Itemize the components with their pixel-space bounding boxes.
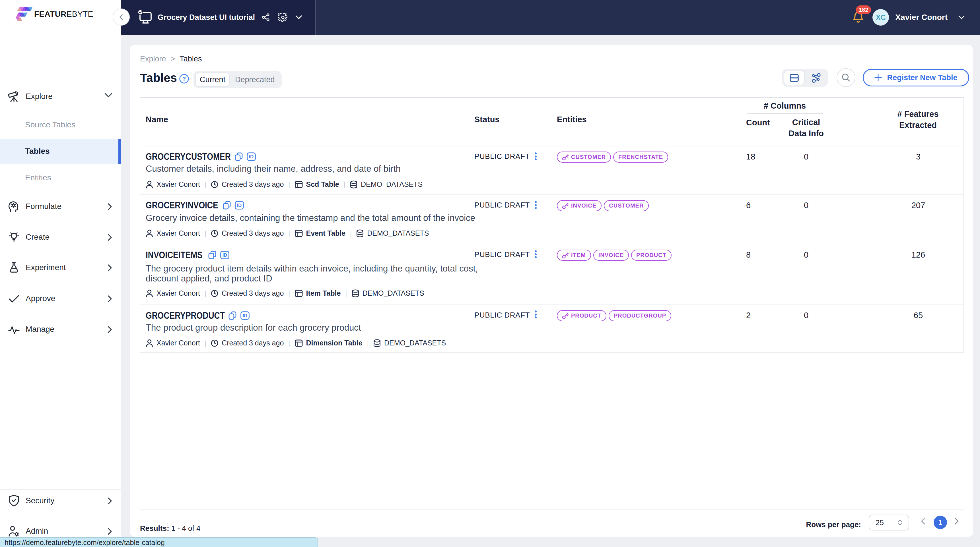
svg-text:ID: ID [249, 154, 254, 159]
svg-text:ID: ID [243, 313, 248, 318]
svg-text:ID: ID [237, 203, 242, 208]
svg-text:ID: ID [223, 252, 228, 258]
svg-text:?: ? [182, 76, 186, 82]
